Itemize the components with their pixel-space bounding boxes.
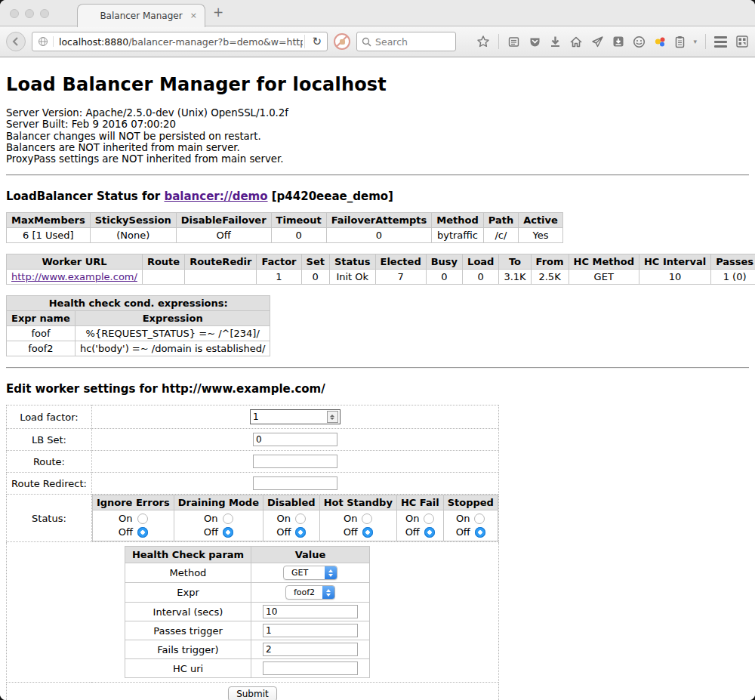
form-row-status: Status: Ignore Errors Draining Mode Disa… (7, 495, 499, 542)
clipboard-extension-button[interactable] (675, 35, 685, 48)
stopped-on-radio[interactable] (474, 513, 485, 524)
selected-option: GET (284, 566, 325, 579)
panel-download-button[interactable] (612, 35, 624, 48)
pocket-button[interactable] (528, 35, 541, 48)
cell-status: Init Ok (329, 270, 375, 285)
expr-select[interactable]: foof2 (285, 585, 335, 600)
column-header: HC Fail (396, 495, 443, 510)
search-bar[interactable]: Search (356, 32, 456, 51)
menu-button[interactable] (714, 36, 727, 48)
grid-extension-icon (735, 35, 749, 48)
load-factor-input[interactable] (251, 412, 327, 422)
toolbar-icons: ▾ (462, 34, 749, 49)
url-divider (304, 35, 305, 48)
page-content: Load Balancer Manager for localhost Serv… (0, 74, 755, 700)
health-check-cell: Health Check param Value Method GET Expr (7, 542, 499, 683)
tab-balancer-manager[interactable]: Balancer Manager × (77, 4, 205, 27)
hot-standby-on-radio[interactable] (362, 513, 372, 524)
param-value: foof2 (251, 583, 370, 603)
download-icon (550, 35, 561, 48)
column-header: Draining Mode (174, 495, 263, 510)
column-header: Factor (257, 254, 301, 270)
disabled-off-radio[interactable] (295, 527, 306, 538)
draining-mode-on-radio[interactable] (223, 513, 233, 524)
param-label: Method (125, 563, 251, 583)
send-to-device-button[interactable] (591, 35, 604, 48)
number-stepper-icon[interactable] (327, 411, 338, 423)
ignore-errors-off-radio[interactable] (137, 527, 148, 538)
new-tab-button[interactable]: + (213, 5, 223, 20)
column-header: Elected (375, 254, 426, 270)
reading-list-button[interactable] (507, 35, 520, 48)
home-button[interactable] (569, 35, 583, 48)
table-header-row: Health Check param Value (125, 547, 370, 563)
disabled-on-radio[interactable] (295, 513, 306, 524)
url-text[interactable]: localhost:8880/balancer-manager?b=demo&w… (54, 36, 303, 48)
window-controls (10, 9, 49, 18)
column-header: Expression (75, 311, 270, 326)
route-redirect-input[interactable] (253, 476, 337, 490)
hc-uri-input[interactable] (263, 661, 358, 675)
stopped-off-radio[interactable] (475, 527, 485, 538)
toolbar-divider (498, 34, 499, 49)
column-header: Busy (426, 254, 462, 270)
load-factor-field[interactable] (250, 409, 341, 424)
zoom-window-button[interactable] (40, 9, 49, 18)
ignore-errors-on-radio[interactable] (137, 513, 148, 524)
bookmark-star-button[interactable] (476, 35, 490, 48)
worker-url-link[interactable]: http://www.example.com/ (11, 271, 137, 282)
field-control (91, 406, 498, 429)
tab-bar: Balancer Manager × + (0, 0, 755, 26)
cell-factor: 1 (257, 270, 301, 285)
interval-input[interactable] (263, 605, 358, 618)
minimize-window-button[interactable] (25, 9, 34, 18)
dropdown-caret-icon[interactable]: ▾ (693, 38, 697, 45)
param-value (251, 621, 370, 640)
method-select[interactable]: GET (283, 566, 337, 580)
downloads-button[interactable] (550, 35, 561, 48)
table-row: 6 [1 Used] (None) Off 0 0 bytraffic /c/ … (7, 228, 563, 243)
server-built-line: Server Built: Feb 9 2016 07:00:20 (6, 119, 749, 130)
param-value (251, 640, 370, 659)
cell-from: 2.5K (531, 270, 569, 285)
feedback-smiley-button[interactable] (633, 35, 646, 48)
route-input[interactable] (253, 455, 337, 468)
send-icon (591, 35, 604, 48)
param-label: Passes trigger (125, 621, 251, 640)
hot-standby-off-radio[interactable] (362, 527, 373, 538)
bookmark-star-icon (476, 35, 490, 48)
close-window-button[interactable] (10, 9, 19, 18)
column-header: Active (519, 213, 563, 228)
table-title-row: Health check cond. expressions: (7, 296, 270, 311)
column-header: DisableFailover (176, 213, 271, 228)
reload-button[interactable]: ↻ (307, 35, 327, 48)
hc-fail-off-radio[interactable] (424, 527, 435, 538)
grid-extension-button[interactable] (735, 35, 749, 48)
draining-mode-off-radio[interactable] (223, 527, 233, 538)
fails-trigger-input[interactable] (263, 643, 358, 656)
submit-button[interactable]: Submit (228, 686, 277, 700)
form-row-route-redirect: Route Redirect: (7, 473, 499, 495)
lb-set-input[interactable] (253, 433, 337, 446)
hc-fail-on-radio[interactable] (424, 513, 434, 524)
url-bar[interactable]: localhost:8880/balancer-manager?b=demo&w… (32, 32, 328, 51)
column-header: MaxMembers (7, 213, 91, 228)
select-arrows-icon (325, 566, 337, 579)
cell-elected: 7 (375, 270, 426, 285)
form-row-submit: Submit (7, 683, 499, 700)
search-icon (362, 37, 371, 47)
table-header-row: Expr name Expression (7, 311, 270, 326)
param-value (251, 603, 370, 621)
page-title: Load Balancer Manager for localhost (6, 74, 749, 95)
status-cell-draining-mode: On Off (174, 510, 263, 541)
adblock-disabled-icon[interactable] (334, 33, 350, 50)
colored-dots-extension-button[interactable] (654, 35, 667, 48)
cell-disablefailover: Off (176, 228, 271, 243)
off-label: Off (204, 526, 218, 539)
on-label: On (119, 512, 132, 526)
passes-trigger-input[interactable] (263, 624, 358, 637)
balancer-demo-link[interactable]: balancer://demo (164, 190, 267, 203)
close-tab-icon[interactable]: × (190, 11, 197, 20)
back-button[interactable] (6, 32, 26, 51)
cell-timeout: 0 (271, 228, 326, 243)
